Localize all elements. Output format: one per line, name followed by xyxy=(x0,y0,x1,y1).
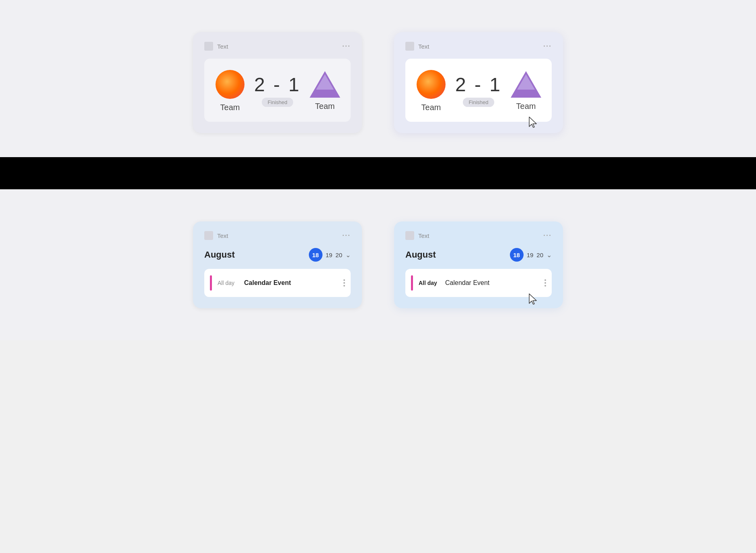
cal-month-row-1: August 18 19 20 ⌄ xyxy=(204,248,351,262)
black-bar xyxy=(0,157,756,189)
team-a-block-1: Team xyxy=(214,70,246,112)
team-a-logo-2 xyxy=(417,70,446,99)
team-b-block-1: Team xyxy=(309,71,341,111)
team-b-logo-2 xyxy=(511,71,541,98)
card-header-left-1: Text xyxy=(204,42,228,51)
score-number-2: 2 - 1 xyxy=(455,75,502,94)
cal-event-menu-1[interactable] xyxy=(341,279,347,287)
cal-event-menu-2[interactable] xyxy=(542,279,549,287)
score-inner-2: Team 2 - 1 Finished Team xyxy=(405,59,552,122)
cal-header-right-2: 18 19 20 ⌄ xyxy=(510,248,552,262)
team-b-logo-1 xyxy=(310,71,340,98)
calendar-card-1: Text ··· August 18 19 20 ⌄ All day Calen… xyxy=(193,221,362,308)
cal-header-left-2: Text xyxy=(405,231,429,240)
card-menu-1[interactable]: ··· xyxy=(342,42,351,51)
calendar-card-2-wrap: Text ··· August 18 19 20 ⌄ All day Calen… xyxy=(394,221,563,308)
cal-event-title-2: Calendar Event xyxy=(445,279,546,287)
cal-month-2: August xyxy=(405,250,436,260)
cal-text-label-2: Text xyxy=(418,232,429,239)
card-thumbnail-1 xyxy=(204,42,213,51)
cal-day3-2[interactable]: 20 xyxy=(536,252,543,258)
team-b-name-2: Team xyxy=(516,102,536,111)
team-a-logo-1 xyxy=(216,70,244,99)
cal-allday-2: All day xyxy=(419,280,440,286)
card-text-label-2: Text xyxy=(418,43,429,50)
cal-day-active-1[interactable]: 18 xyxy=(309,248,323,262)
score-card-2-wrap: Text ··· Team 2 - 1 Finished Team xyxy=(394,32,563,133)
team-a-name-1: Team xyxy=(220,103,240,112)
cal-event-bar-2 xyxy=(411,275,413,291)
cursor-icon-2 xyxy=(528,293,539,306)
cal-header-left-1: Text xyxy=(204,231,228,240)
team-a-name-2: Team xyxy=(421,103,441,112)
cal-card-header-2: Text ··· xyxy=(405,231,552,240)
cursor-icon xyxy=(528,116,539,129)
cal-thumbnail-2 xyxy=(405,231,414,240)
cal-menu-2[interactable]: ··· xyxy=(543,231,552,240)
cal-day-active-2[interactable]: 18 xyxy=(510,248,524,262)
cal-day2-1[interactable]: 19 xyxy=(326,252,333,258)
score-card-1: Text ··· Team 2 - 1 Finished Team xyxy=(193,32,362,133)
team-b-block-2: Team xyxy=(510,71,542,111)
card-thumbnail-2 xyxy=(405,42,414,51)
score-center-1: 2 - 1 Finished xyxy=(246,75,309,107)
card-header-1: Text ··· xyxy=(204,42,351,51)
cal-text-label-1: Text xyxy=(217,232,228,239)
cal-card-header-1: Text ··· xyxy=(204,231,351,240)
cal-month-row-2: August 18 19 20 ⌄ xyxy=(405,248,552,262)
card-menu-2[interactable]: ··· xyxy=(543,42,552,51)
card-text-label-1: Text xyxy=(217,43,228,50)
cal-menu-1[interactable]: ··· xyxy=(342,231,351,240)
card-header-left-2: Text xyxy=(405,42,429,51)
team-a-block-2: Team xyxy=(415,70,447,112)
card-header-2: Text ··· xyxy=(405,42,552,51)
finished-badge-2: Finished xyxy=(463,98,494,107)
score-center-2: 2 - 1 Finished xyxy=(447,75,510,107)
cal-chevron-2[interactable]: ⌄ xyxy=(546,251,552,259)
cal-header-right-1: 18 19 20 ⌄ xyxy=(309,248,351,262)
cal-allday-1: All day xyxy=(218,280,238,286)
cal-thumbnail-1 xyxy=(204,231,213,240)
score-number-1: 2 - 1 xyxy=(254,75,301,94)
cal-month-1: August xyxy=(204,250,235,260)
cal-event-row-1: All day Calendar Event xyxy=(204,269,351,297)
cal-event-bar-1 xyxy=(210,275,212,291)
cal-day2-2[interactable]: 19 xyxy=(527,252,534,258)
cal-chevron-1[interactable]: ⌄ xyxy=(345,251,351,259)
finished-badge-1: Finished xyxy=(262,98,293,107)
cal-day3-1[interactable]: 20 xyxy=(335,252,342,258)
team-b-name-1: Team xyxy=(315,102,335,111)
score-inner-1: Team 2 - 1 Finished Team xyxy=(204,59,351,122)
cal-event-title-1: Calendar Event xyxy=(244,279,345,287)
